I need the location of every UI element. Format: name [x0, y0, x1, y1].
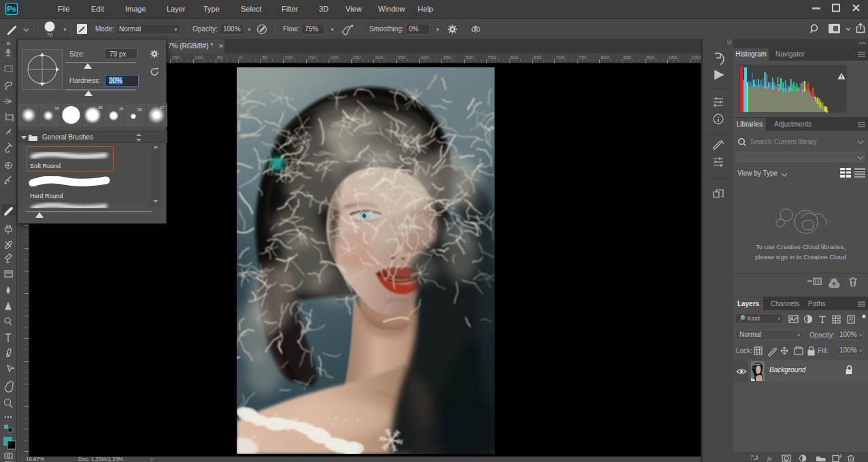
svg-text:30: 30: [98, 105, 103, 110]
svg-text:Hard Round: Hard Round: [30, 193, 63, 199]
svg-text:36: 36: [137, 108, 142, 112]
svg-text:17: 17: [160, 105, 165, 110]
svg-text:25: 25: [119, 107, 124, 111]
svg-text:fx: fx: [767, 455, 772, 462]
svg-text:70: 70: [47, 32, 53, 38]
svg-text:30: 30: [54, 106, 59, 110]
svg-text:Ps: Ps: [7, 5, 16, 13]
svg-text:Soft Round: Soft Round: [30, 163, 61, 169]
